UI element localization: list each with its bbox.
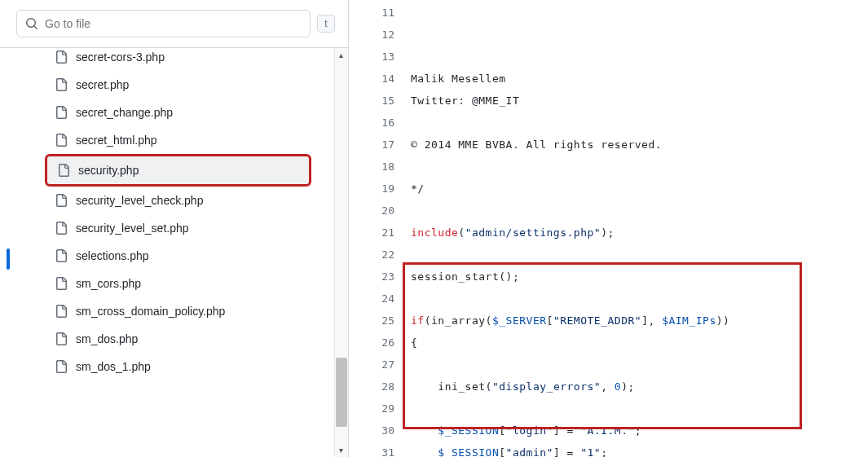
code-line[interactable]: ini_set("display_errors", 0); [411,376,868,398]
file-icon [55,51,68,64]
file-name: sm_cors.php [76,277,141,290]
file-icon [55,360,68,373]
line-number[interactable]: 14 [349,68,394,90]
code-line[interactable] [411,112,868,134]
file-row[interactable]: secret_html.php [45,126,311,154]
file-name: secret.php [76,78,129,91]
line-number[interactable]: 19 [349,178,394,200]
file-list[interactable]: secret-cors-3.phpsecret.phpsecret_change… [0,48,348,457]
line-number[interactable]: 18 [349,156,394,178]
file-icon [55,106,68,119]
file-icon [55,78,68,91]
line-number[interactable]: 17 [349,134,394,156]
code-line[interactable]: $_SESSION["admin"] = "1"; [411,442,868,457]
line-number[interactable]: 13 [349,46,394,68]
search-area: t [0,0,348,48]
line-number[interactable]: 21 [349,222,394,244]
scroll-thumb[interactable] [336,358,347,427]
file-name: security_level_set.php [76,222,189,235]
line-number[interactable]: 27 [349,354,394,376]
search-icon [25,17,38,30]
code-viewer[interactable]: 1112131415161718192021222324252627282930… [349,0,868,457]
file-icon [55,194,68,207]
file-sidebar: t secret-cors-3.phpsecret.phpsecret_chan… [0,0,349,457]
code-line[interactable] [411,244,868,266]
line-number[interactable]: 28 [349,376,394,398]
line-number[interactable]: 30 [349,420,394,442]
line-number[interactable]: 15 [349,90,394,112]
code-line[interactable]: $_SESSION["login"] = "A.I.M."; [411,420,868,442]
code-line[interactable] [411,398,868,420]
line-number[interactable]: 20 [349,200,394,222]
line-number[interactable]: 16 [349,112,394,134]
file-icon [55,277,68,290]
search-box[interactable] [16,10,311,37]
file-icon [55,332,68,345]
file-name: selections.php [76,249,149,262]
scroll-up-icon[interactable]: ▴ [334,48,348,62]
file-row[interactable]: secret.php [45,71,311,99]
file-name: secret-cors-3.php [76,51,165,64]
line-number[interactable]: 24 [349,288,394,310]
file-row[interactable]: sm_cors.php [45,270,311,297]
line-number[interactable]: 29 [349,398,394,420]
code-line[interactable] [411,46,868,68]
code-line[interactable] [411,156,868,178]
code-line[interactable] [411,354,868,376]
code-line[interactable]: */ [411,178,868,200]
file-icon [57,164,70,177]
code-line[interactable] [411,288,868,310]
line-number[interactable]: 25 [349,310,394,332]
file-name: secret_html.php [76,134,157,147]
line-number[interactable]: 22 [349,244,394,266]
code-content[interactable]: Malik MesellemTwitter: @MME_IT© 2014 MME… [411,2,868,457]
file-name: secret_change.php [76,106,173,119]
file-row[interactable]: sm_dos.php [45,325,311,353]
line-number-gutter: 1112131415161718192021222324252627282930… [349,2,411,457]
file-name: sm_dos.php [76,332,138,345]
line-number[interactable]: 11 [349,2,394,24]
code-line[interactable]: Twitter: @MME_IT [411,90,868,112]
file-icon [55,305,68,318]
code-line[interactable]: session_start(); [411,266,868,288]
file-row[interactable]: sm_cross_domain_policy.php [45,297,311,325]
code-line[interactable]: if(in_array($_SERVER["REMOTE_ADDR"], $AI… [411,310,868,332]
code-line[interactable]: include("admin/settings.php"); [411,222,868,244]
scroll-down-icon[interactable]: ▾ [334,443,348,457]
file-icon [55,249,68,262]
file-row[interactable]: security.php [45,154,311,187]
selected-file-marker [7,248,10,270]
file-row[interactable]: secret_change.php [45,99,311,126]
code-line[interactable]: { [411,332,868,354]
code-line[interactable]: © 2014 MME BVBA. All rights reserved. [411,134,868,156]
file-name: sm_cross_domain_policy.php [76,305,225,318]
file-row[interactable]: sm_dos_1.php [45,353,311,380]
line-number[interactable]: 31 [349,442,394,457]
code-line[interactable]: Malik Mesellem [411,68,868,90]
file-name: security_level_check.php [76,194,203,207]
file-name: sm_dos_1.php [76,360,151,373]
file-row[interactable]: secret-cors-3.php [45,48,311,71]
line-number[interactable]: 12 [349,24,394,46]
search-input[interactable] [45,17,302,30]
code-line[interactable] [411,200,868,222]
file-row[interactable]: security_level_set.php [45,214,311,242]
file-row[interactable]: security_level_check.php [45,187,311,214]
file-icon [55,222,68,235]
file-icon [55,134,68,147]
line-number[interactable]: 23 [349,266,394,288]
file-row[interactable]: selections.php [45,242,311,270]
line-number[interactable]: 26 [349,332,394,354]
shortcut-key: t [317,15,335,33]
file-list-wrapper: secret-cors-3.phpsecret.phpsecret_change… [0,48,348,457]
file-name: security.php [78,164,139,177]
scrollbar[interactable]: ▴ ▾ [334,48,348,457]
